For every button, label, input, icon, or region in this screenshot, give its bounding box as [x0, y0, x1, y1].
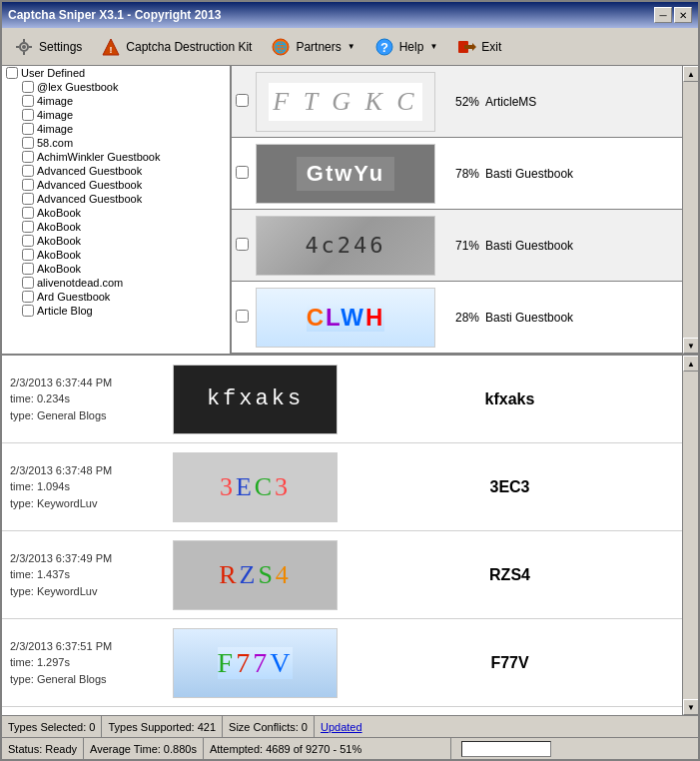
item-checkbox-6[interactable] [22, 165, 34, 177]
item-checkbox-12[interactable] [22, 249, 34, 261]
item-checkbox-2[interactable] [22, 109, 34, 121]
item-checkbox-14[interactable] [22, 277, 34, 289]
user-defined-checkbox[interactable] [6, 67, 18, 79]
item-checkbox-15[interactable] [22, 291, 34, 303]
captcha-row-3: CLWH 28% Basti Guestbook [232, 282, 682, 354]
top-panel: User Defined @lex Guestbook 4image 4imag… [2, 66, 698, 356]
sidebar-item-4[interactable]: 58.com [2, 136, 230, 150]
sidebar-item-0[interactable]: @lex Guestbook [2, 80, 230, 94]
captcha-check-0[interactable] [236, 94, 256, 110]
cdk-button[interactable]: ! Captcha Destruction Kit [93, 32, 259, 62]
item-label-0: @lex Guestbook [37, 81, 119, 93]
item-checkbox-0[interactable] [22, 81, 34, 93]
item-label-14: alivenotdead.com [37, 277, 123, 289]
result-image-3: F77V [173, 628, 338, 698]
result-time-3: time: 1.297s [10, 654, 165, 671]
captcha-percent-0: 52% [435, 95, 485, 109]
item-checkbox-16[interactable] [22, 305, 34, 317]
sidebar-item-14[interactable]: alivenotdead.com [2, 276, 230, 290]
result-info-1: 2/3/2013 6:37:48 PM time: 1.094s type: K… [10, 462, 165, 512]
attempted-section: Attempted: 4689 of 9270 - 51% [204, 738, 451, 759]
sidebar-item-9[interactable]: AkoBook [2, 206, 230, 220]
sidebar-item-11[interactable]: AkoBook [2, 234, 230, 248]
sidebar-item-7[interactable]: Advanced Guestbook [2, 178, 230, 192]
item-label-5: AchimWinkler Guestbook [37, 151, 161, 163]
captcha-check-2[interactable] [236, 238, 256, 254]
item-checkbox-5[interactable] [22, 151, 34, 163]
result-info-2: 2/3/2013 6:37:49 PM time: 1.437s type: K… [10, 550, 165, 600]
result-image-1: 3EC3 [173, 452, 338, 522]
item-label-2: 4image [37, 109, 73, 121]
average-time-section: Average Time: 0.880s [84, 738, 204, 759]
close-button[interactable]: ✕ [674, 7, 692, 23]
exit-button[interactable]: Exit [448, 32, 508, 62]
results-list: 2/3/2013 6:37:44 PM time: 0.234s type: G… [2, 356, 682, 715]
types-selected-text: Types Selected: 0 [8, 721, 95, 733]
top-scrollbar[interactable]: ▲ ▼ [682, 66, 698, 354]
item-checkbox-4[interactable] [22, 137, 34, 149]
item-checkbox-7[interactable] [22, 179, 34, 191]
sidebar-item-3[interactable]: 4image [2, 122, 230, 136]
exit-icon [455, 36, 477, 58]
partners-dropdown-arrow: ▼ [348, 42, 355, 51]
captcha-check-3[interactable] [236, 310, 256, 326]
item-checkbox-8[interactable] [22, 193, 34, 205]
help-button[interactable]: ? Help ▼ [366, 32, 445, 62]
scroll-down-btn[interactable]: ▼ [683, 338, 698, 354]
captcha-image-0: F T G K C [256, 72, 435, 132]
sidebar-header-label: User Defined [21, 67, 85, 79]
item-checkbox-10[interactable] [22, 221, 34, 233]
result-image-0: kfxaks [173, 365, 338, 434]
item-label-12: AkoBook [37, 249, 81, 261]
result-row-3: 2/3/2013 6:37:51 PM time: 1.297s type: G… [2, 619, 682, 707]
captcha-check-1[interactable] [236, 166, 256, 182]
results-scroll-up[interactable]: ▲ [683, 356, 698, 372]
item-checkbox-3[interactable] [22, 123, 34, 135]
title-bar-buttons: ─ ✕ [654, 7, 692, 23]
toolbar: Settings ! Captcha Destruction Kit 🌐 Par… [2, 28, 698, 66]
sidebar-item-16[interactable]: Article Blog [2, 304, 230, 318]
help-dropdown-arrow: ▼ [429, 42, 437, 51]
item-checkbox-11[interactable] [22, 235, 34, 247]
partners-button[interactable]: 🌐 Partners ▼ [263, 32, 361, 62]
sidebar-item-15[interactable]: Ard Guestbook [2, 290, 230, 304]
result-date-1: 2/3/2013 6:37:48 PM [10, 462, 165, 479]
item-label-10: AkoBook [37, 221, 81, 233]
status-bar-1: Types Selected: 0 Types Supported: 421 S… [2, 715, 698, 737]
sidebar-item-8[interactable]: Advanced Guestbook [2, 192, 230, 206]
sidebar-item-1[interactable]: 4image [2, 94, 230, 108]
captcha-type-1: Basti Guestbook [485, 167, 678, 181]
settings-icon [13, 36, 35, 58]
title-bar: Captcha Sniper X3.1 - Copyright 2013 ─ ✕ [2, 2, 698, 28]
sidebar-item-12[interactable]: AkoBook [2, 248, 230, 262]
result-type-0: type: General Blogs [10, 407, 165, 424]
scroll-up-btn[interactable]: ▲ [683, 66, 698, 82]
sidebar-item-5[interactable]: AchimWinkler Guestbook [2, 150, 230, 164]
minimize-button[interactable]: ─ [654, 7, 672, 23]
result-type-2: type: KeywordLuv [10, 583, 165, 600]
item-label-15: Ard Guestbook [37, 291, 110, 303]
status-input[interactable] [461, 741, 551, 757]
captcha-row-2: 4c246 71% Basti Guestbook [232, 210, 682, 282]
result-time-1: time: 1.094s [10, 478, 165, 495]
sidebar-item-13[interactable]: AkoBook [2, 262, 230, 276]
sidebar-scroll[interactable]: User Defined @lex Guestbook 4image 4imag… [2, 66, 230, 354]
result-answer-1: 3EC3 [346, 478, 674, 496]
bottom-panel: 2/3/2013 6:37:44 PM time: 0.234s type: G… [2, 356, 698, 715]
results-scrollbar[interactable]: ▲ ▼ [682, 356, 698, 715]
cdk-icon: ! [100, 36, 122, 58]
settings-button[interactable]: Settings [6, 32, 89, 62]
results-scroll-down[interactable]: ▼ [683, 699, 698, 715]
svg-text:?: ? [380, 40, 388, 55]
sidebar-item-2[interactable]: 4image [2, 108, 230, 122]
sidebar-header-item[interactable]: User Defined [2, 66, 230, 80]
item-label-3: 4image [37, 123, 73, 135]
captcha-percent-3: 28% [435, 311, 485, 325]
sidebar-item-6[interactable]: Advanced Guestbook [2, 164, 230, 178]
captcha-row-1: GtwYu 78% Basti Guestbook [232, 138, 682, 210]
updated-link[interactable]: Updated [321, 721, 362, 733]
item-checkbox-13[interactable] [22, 263, 34, 275]
item-checkbox-1[interactable] [22, 95, 34, 107]
sidebar-item-10[interactable]: AkoBook [2, 220, 230, 234]
item-checkbox-9[interactable] [22, 207, 34, 219]
